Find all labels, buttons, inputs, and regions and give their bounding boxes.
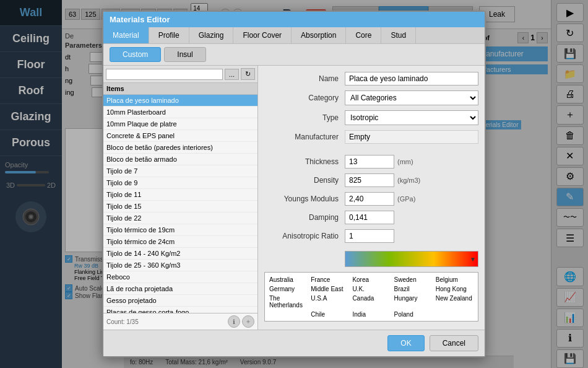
- country-india[interactable]: India: [351, 310, 391, 318]
- country-hong-kong[interactable]: Hong Kong: [435, 285, 475, 293]
- list-item[interactable]: Tijolo térmico de 24cm: [103, 236, 257, 248]
- modal-tab-stud[interactable]: Stud: [381, 27, 416, 43]
- modal-tab-core[interactable]: Core: [346, 27, 381, 43]
- country-usa[interactable]: U.S.A: [309, 294, 350, 309]
- country-italy[interactable]: Italy: [309, 320, 350, 322]
- country-middle-east[interactable]: Middle East: [309, 285, 350, 293]
- modal-subtabs: Custom Insul: [103, 44, 485, 66]
- list-item[interactable]: Tijolo de 9: [103, 177, 257, 189]
- country-germany[interactable]: Germany: [268, 285, 308, 293]
- modal-tab-profile[interactable]: Profile: [149, 27, 189, 43]
- list-search-input[interactable]: [106, 69, 223, 80]
- density-input[interactable]: [345, 173, 394, 187]
- list-item[interactable]: Lã de rocha projetada: [103, 283, 257, 295]
- list-more-btn[interactable]: ...: [225, 69, 239, 80]
- list-item[interactable]: Tijolo de 11: [103, 189, 257, 201]
- category-row: Category All Categories: [264, 90, 478, 105]
- country-chile[interactable]: Chile: [309, 310, 350, 318]
- country-hungary[interactable]: Hungary: [393, 294, 433, 309]
- country-canada[interactable]: Canada: [351, 294, 391, 309]
- thickness-input[interactable]: [345, 155, 394, 169]
- list-item[interactable]: 10mm Plaque de platre: [103, 118, 257, 130]
- count-add-btn[interactable]: ＋: [242, 315, 254, 328]
- country-section: Australia France Korea Sweden Belgium Ge…: [264, 272, 478, 322]
- list-item[interactable]: Tijolo térmico de 19cm: [103, 224, 257, 236]
- color-row: ▼: [264, 251, 478, 267]
- modal-footer: OK Cancel: [103, 330, 485, 356]
- name-input[interactable]: [345, 72, 478, 85]
- type-row: Type Isotropic: [264, 110, 478, 125]
- list-refresh-btn[interactable]: ↻: [241, 68, 255, 80]
- list-item[interactable]: Tijolo de 15: [103, 201, 257, 212]
- list-item[interactable]: Tijolo de 7: [103, 165, 257, 177]
- thickness-row: Thickness (mm): [264, 155, 478, 169]
- list-item[interactable]: 10mm Plasterboard: [103, 107, 257, 118]
- youngs-input[interactable]: [345, 192, 394, 206]
- density-row: Density (kg/m3): [264, 173, 478, 187]
- list-item[interactable]: Tijolo de 14 - 240 Kg/m2: [103, 248, 257, 260]
- list-item[interactable]: Bloco de betão armado: [103, 154, 257, 165]
- list-toolbar: ... ↻: [103, 66, 257, 83]
- subtab-custom[interactable]: Custom: [110, 47, 161, 62]
- modal-title: Materials Editor: [103, 12, 485, 27]
- modal-body: ... ↻ Items Placa de yeso laminado 10mm …: [103, 66, 485, 330]
- modal-tab-floor-cover[interactable]: Floor Cover: [233, 27, 292, 43]
- country-uk[interactable]: U.K.: [351, 285, 391, 293]
- youngs-row: Youngs Modulus (GPa): [264, 192, 478, 206]
- manufacturer-row: Manufacturer Empty: [264, 130, 478, 144]
- country-korea[interactable]: Korea: [351, 276, 391, 284]
- modal-right-form: Name Category All Categories Type Isotro…: [258, 66, 485, 330]
- materials-editor-modal: Materials Editor Material Profile Glazin…: [102, 11, 486, 357]
- country-poland[interactable]: Poland: [393, 310, 433, 318]
- country-spain[interactable]: Spain: [351, 320, 391, 322]
- country-new-zealand[interactable]: New Zealand: [435, 294, 475, 309]
- manufacturer-value: Empty: [345, 130, 478, 144]
- country-belgium[interactable]: Belgium: [435, 276, 475, 284]
- aniso-row: Anisotropic Ratio: [264, 229, 478, 243]
- list-item[interactable]: Reboco: [103, 271, 257, 283]
- damping-row: Damping: [264, 211, 478, 224]
- modal-list-panel: ... ↻ Items Placa de yeso laminado 10mm …: [103, 66, 258, 330]
- list-item[interactable]: Tijolo de 22: [103, 212, 257, 224]
- country-blank1: [268, 310, 308, 318]
- country-blank3: [393, 320, 433, 322]
- modal-overlay: Materials Editor Material Profile Glazin…: [0, 0, 588, 368]
- list-count: Count: 1/35 ℹ ＋: [103, 313, 257, 330]
- color-selector[interactable]: ▼: [345, 251, 478, 267]
- country-netherlands[interactable]: The Netherlands: [268, 294, 308, 309]
- list-items: Placa de yeso laminado 10mm Plasterboard…: [103, 95, 257, 313]
- country-brazil[interactable]: Brazil: [393, 285, 433, 293]
- count-info-btn[interactable]: ℹ: [228, 315, 240, 328]
- country-sweden[interactable]: Sweden: [393, 276, 433, 284]
- cancel-button[interactable]: Cancel: [430, 335, 478, 351]
- list-header: Items: [103, 83, 257, 95]
- aniso-input[interactable]: [345, 229, 394, 243]
- modal-tab-absorption[interactable]: Absorption: [292, 27, 346, 43]
- list-item[interactable]: Tijolo de 25 - 360 Kg/m3: [103, 260, 257, 271]
- country-grid: Australia France Korea Sweden Belgium Ge…: [264, 272, 478, 322]
- list-item[interactable]: Bloco de betão (paredes interiores): [103, 142, 257, 154]
- damping-input[interactable]: [345, 211, 394, 224]
- ok-button[interactable]: OK: [387, 335, 424, 351]
- list-item[interactable]: Gesso projetado: [103, 295, 257, 307]
- list-item[interactable]: Concrete & EPS panel: [103, 130, 257, 142]
- category-select[interactable]: All Categories: [345, 90, 478, 105]
- type-select[interactable]: Isotropic: [345, 110, 478, 125]
- name-row: Name: [264, 72, 478, 85]
- list-item[interactable]: Placas de gesso corta-fogo: [103, 307, 257, 313]
- country-china[interactable]: China: [268, 320, 308, 322]
- country-blank2: [435, 310, 475, 318]
- country-australia[interactable]: Australia: [268, 276, 308, 284]
- modal-tabs: Material Profile Glazing Floor Cover Abs…: [103, 27, 485, 44]
- list-item[interactable]: Placa de yeso laminado: [103, 95, 257, 107]
- modal-tab-material[interactable]: Material: [103, 27, 149, 43]
- modal-tab-glazing[interactable]: Glazing: [189, 27, 234, 43]
- subtab-insul[interactable]: Insul: [164, 47, 205, 62]
- country-france[interactable]: France: [309, 276, 350, 284]
